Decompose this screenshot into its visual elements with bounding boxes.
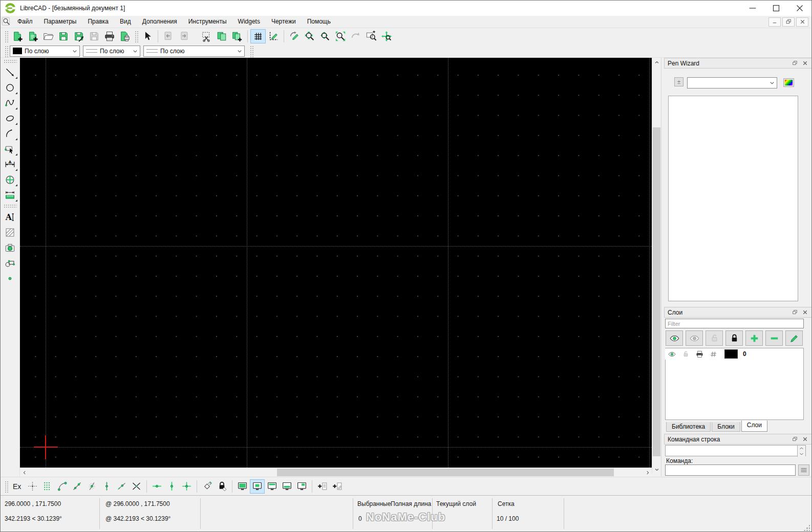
menu-item-7[interactable]: Чертежи (266, 16, 302, 28)
pen-color-combo[interactable]: По слою (10, 46, 80, 57)
toolbar-drag-handle[interactable] (4, 30, 8, 42)
float-panel-icon[interactable] (792, 309, 798, 316)
remove-layer-button[interactable] (765, 330, 783, 346)
dock-top-button[interactable] (265, 479, 280, 494)
close-panel-icon[interactable] (802, 60, 808, 66)
vertical-scrollbar-thumb[interactable] (653, 127, 660, 456)
snap-on-entity-button[interactable] (70, 479, 84, 494)
scroll-down-icon[interactable] (652, 465, 661, 474)
copy-button[interactable] (214, 29, 229, 43)
layer-print-icon[interactable] (693, 350, 707, 358)
menu-item-5[interactable]: Инструменты (183, 16, 232, 28)
hide-all-layers-button[interactable] (686, 330, 703, 346)
snap-distance-button[interactable] (114, 479, 129, 494)
float-panel-icon[interactable] (792, 60, 798, 66)
close-panel-icon[interactable] (802, 436, 808, 442)
snap-intersection-button[interactable] (129, 479, 144, 494)
unlock-all-layers-button[interactable] (706, 330, 723, 346)
mdi-restore-button[interactable] (782, 17, 795, 27)
dock-tab-0[interactable]: Библиотека (666, 422, 711, 432)
block-tool-button[interactable] (2, 255, 18, 271)
restrict-horizontal-button[interactable] (149, 479, 164, 494)
set-relative-zero-button[interactable] (200, 479, 215, 494)
ellipse-tool-button[interactable] (2, 110, 18, 126)
layer-color-swatch[interactable] (724, 349, 738, 359)
layer-filter-input[interactable] (665, 319, 804, 328)
pen-wizard-combo[interactable] (687, 77, 777, 88)
vertical-scrollbar[interactable] (652, 58, 660, 474)
toolbar-drag-handle[interactable] (249, 45, 253, 57)
window-maximize-button[interactable] (764, 1, 788, 16)
snap-middle-button[interactable] (99, 479, 114, 494)
layer-construction-icon[interactable] (707, 350, 720, 358)
toolbar-drag-handle[interactable] (4, 45, 8, 57)
pen-wizard-list[interactable] (668, 96, 798, 301)
snap-center-button[interactable] (84, 479, 99, 494)
circle-tool-button[interactable] (2, 80, 18, 95)
toolbar-drag-handle[interactable] (4, 204, 17, 208)
draft-mode-button[interactable] (266, 29, 281, 43)
spline-tool-button[interactable] (2, 95, 18, 110)
layer-lock-icon[interactable] (679, 350, 693, 358)
add-layer-button[interactable] (745, 330, 763, 346)
restrict-vertical-button[interactable] (164, 479, 179, 494)
image-tool-button[interactable] (2, 240, 18, 255)
pen-linetype-combo[interactable]: По слою (143, 46, 245, 57)
horizontal-scrollbar[interactable] (20, 468, 652, 477)
mdi-minimize-button[interactable] (768, 17, 781, 27)
new-from-template-button[interactable] (25, 29, 40, 43)
command-options-button[interactable] (798, 464, 809, 476)
dock-right-button[interactable] (250, 479, 265, 494)
scroll-right-icon[interactable] (643, 468, 652, 477)
cut-button[interactable] (199, 29, 214, 43)
spin-up-icon[interactable] (798, 446, 805, 451)
undo-button[interactable] (161, 29, 176, 43)
dimension-tool-button[interactable]: A (2, 157, 18, 172)
point-tool-button[interactable] (2, 271, 18, 286)
command-history-spinner[interactable] (797, 446, 805, 457)
dock-tab-2[interactable]: Слои (741, 420, 767, 432)
close-panel-icon[interactable] (802, 309, 808, 316)
menu-item-2[interactable]: Правка (82, 16, 114, 28)
paste-button[interactable] (229, 29, 245, 43)
menu-item-8[interactable]: Помощь (302, 16, 336, 28)
command-history-combo[interactable] (665, 445, 806, 456)
menu-item-3[interactable]: Вид (114, 16, 137, 28)
window-close-button[interactable] (788, 1, 811, 16)
grid-toggle-button[interactable] (250, 29, 266, 43)
drawing-canvas[interactable] (20, 58, 652, 468)
menu-item-1[interactable]: Параметры (38, 16, 82, 28)
restrict-orthogonal-button[interactable] (179, 479, 194, 494)
zoom-out-button[interactable] (317, 29, 333, 43)
show-all-layers-button[interactable] (666, 330, 683, 346)
scroll-up-icon[interactable] (652, 58, 661, 66)
mdi-close-button[interactable] (796, 17, 808, 27)
float-panel-icon[interactable] (792, 436, 798, 442)
horizontal-scrollbar-thumb[interactable] (277, 469, 614, 476)
save-button[interactable] (56, 29, 71, 43)
zoom-pan-button[interactable] (379, 29, 394, 43)
resize-grip[interactable] (803, 524, 810, 531)
snap-grid-button[interactable] (40, 479, 55, 494)
menu-item-4[interactable]: Дополнения (137, 16, 183, 28)
toolbar-drag-handle[interactable] (134, 30, 138, 42)
dock-tab-1[interactable]: Блоки (712, 422, 740, 432)
snap-endpoints-button[interactable] (55, 479, 70, 494)
layer-row[interactable]: 0 (665, 348, 803, 360)
toolbar-drag-handle[interactable] (4, 59, 17, 63)
lock-all-layers-button[interactable] (725, 330, 743, 346)
color-picker-button[interactable] (783, 78, 794, 87)
window-minimize-button[interactable] (741, 1, 764, 16)
save-all-button[interactable] (87, 29, 102, 43)
menu-assigner-button[interactable] (315, 479, 330, 494)
print-preview-button[interactable] (117, 29, 133, 43)
layer-visible-icon[interactable] (665, 350, 679, 358)
zoom-window-button[interactable] (364, 29, 379, 43)
text-tool-button[interactable]: A (2, 209, 18, 225)
menu-creator-button[interactable] (330, 479, 345, 494)
arc-tool-button[interactable] (2, 126, 18, 141)
dock-floating-button[interactable] (294, 479, 309, 494)
select-tool-button[interactable] (2, 141, 18, 157)
toolbar-drag-handle[interactable] (4, 480, 8, 493)
lock-relative-zero-button[interactable] (215, 479, 229, 494)
